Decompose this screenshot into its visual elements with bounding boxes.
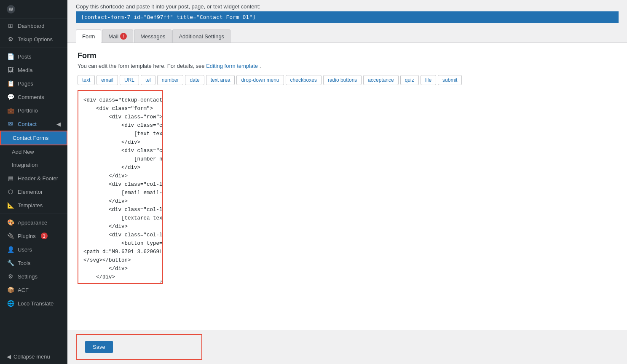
tab-mail-label: Mail — [108, 33, 118, 40]
tag-btn-acceptance[interactable]: acceptance — [363, 75, 398, 85]
tag-btn-number[interactable]: number — [157, 75, 184, 85]
save-bar: Save — [76, 334, 202, 360]
sidebar-item-add-new[interactable]: Add New — [0, 145, 67, 158]
tab-mail[interactable]: Mail ! — [102, 29, 133, 43]
sidebar-item-dashboard[interactable]: ⊞ Dashboard — [0, 19, 67, 32]
shortcode-bar: Copy this shortcode and paste it into yo… — [67, 0, 627, 25]
sidebar-item-header-footer[interactable]: ▤ Header & Footer — [0, 171, 67, 185]
sidebar: W ⊞ Dashboard ⚙ Tekup Options 📄 Posts 🖼 … — [0, 0, 67, 364]
sidebar-item-label: Elementor — [18, 189, 43, 195]
sidebar-item-comments[interactable]: 💬 Comments — [0, 90, 67, 104]
wp-logo-area: W — [0, 0, 67, 19]
sidebar-item-integration[interactable]: Integration — [0, 158, 67, 171]
form-description: You can edit the form template here. For… — [78, 63, 617, 69]
tag-btn-url[interactable]: URL — [120, 75, 139, 85]
dashboard-icon: ⊞ — [7, 22, 14, 29]
acf-icon: 📦 — [7, 286, 14, 293]
collapse-menu-label: Collapse menu — [13, 353, 50, 360]
sidebar-item-label: Templates — [18, 202, 43, 209]
tag-btn-checkboxes[interactable]: checkboxes — [286, 75, 322, 85]
sidebar-item-label: Users — [18, 246, 32, 253]
sidebar-item-loco-translate[interactable]: 🌐 Loco Translate — [0, 297, 67, 310]
sidebar-item-templates[interactable]: 📐 Templates — [0, 198, 67, 212]
sidebar-item-elementor[interactable]: ⬡ Elementor — [0, 185, 67, 198]
tab-messages[interactable]: Messages — [134, 29, 171, 43]
main-content: Copy this shortcode and paste it into yo… — [67, 0, 627, 364]
shortcode-instruction: Copy this shortcode and paste it into yo… — [76, 3, 619, 10]
tools-icon: 🔧 — [7, 260, 14, 266]
tab-form[interactable]: Form — [76, 29, 101, 43]
tab-form-label: Form — [82, 33, 95, 40]
sidebar-item-tekup-options[interactable]: ⚙ Tekup Options — [0, 32, 67, 46]
tag-btn-dropdown[interactable]: drop-down menu — [236, 75, 284, 85]
appearance-icon: 🎨 — [7, 219, 14, 226]
form-description-link[interactable]: Editing form template — [206, 63, 258, 69]
elementor-icon: ⬡ — [7, 188, 14, 195]
tab-additional-settings-label: Additional Settings — [179, 33, 224, 40]
sidebar-item-label: Dashboard — [18, 23, 45, 29]
tag-buttons-container: text email URL tel number date text area… — [78, 75, 617, 85]
settings-icon: ⚙ — [7, 273, 14, 280]
shortcode-value[interactable]: [contact-form-7 id="8ef97ff" title="Cont… — [76, 11, 619, 23]
sidebar-item-label: Contact Forms — [13, 135, 48, 141]
form-description-text: You can edit the form template here. For… — [78, 63, 206, 69]
users-icon: 👤 — [7, 246, 14, 253]
sidebar-item-label: Posts — [18, 54, 32, 60]
collapse-menu-button[interactable]: ◀ Collapse menu — [0, 349, 67, 364]
sidebar-item-label: Portfolio — [18, 107, 38, 114]
sidebar-item-appearance[interactable]: 🎨 Appearance — [0, 216, 67, 229]
media-icon: 🖼 — [7, 67, 14, 73]
mail-badge: ! — [120, 33, 127, 40]
sidebar-item-tools[interactable]: 🔧 Tools — [0, 256, 67, 270]
sidebar-item-label: Comments — [18, 94, 44, 100]
sidebar-item-label: ACF — [18, 287, 29, 293]
content-area: Form You can edit the form template here… — [67, 43, 627, 330]
sidebar-item-media[interactable]: 🖼 Media — [0, 63, 67, 77]
sidebar-item-posts[interactable]: 📄 Posts — [0, 50, 67, 63]
sidebar-item-label: Plugins — [18, 233, 36, 239]
tag-btn-email[interactable]: email — [96, 75, 118, 85]
sidebar-item-settings[interactable]: ⚙ Settings — [0, 270, 67, 283]
portfolio-icon: 💼 — [7, 107, 14, 114]
sidebar-item-label: Settings — [18, 273, 38, 280]
posts-icon: 📄 — [7, 53, 14, 60]
tab-additional-settings[interactable]: Additional Settings — [172, 29, 230, 43]
tag-btn-text[interactable]: text — [78, 75, 95, 85]
sidebar-item-label: Loco Translate — [18, 300, 54, 307]
sidebar-item-label: Tools — [18, 260, 30, 266]
tab-messages-label: Messages — [140, 33, 165, 40]
sidebar-item-label: Tekup Options — [18, 36, 53, 43]
sidebar-item-users[interactable]: 👤 Users — [0, 243, 67, 256]
header-footer-icon: ▤ — [7, 175, 14, 182]
sidebar-item-contact-forms[interactable]: Contact Forms — [0, 131, 67, 145]
sidebar-item-label: Media — [18, 67, 32, 73]
sidebar-item-label: Add New — [12, 149, 34, 155]
sidebar-item-label: Integration — [12, 162, 38, 168]
form-description-suffix: . — [260, 63, 261, 69]
sidebar-item-pages[interactable]: 📋 Pages — [0, 77, 67, 90]
sidebar-item-acf[interactable]: 📦 ACF — [0, 283, 67, 297]
collapse-icon: ◀ — [7, 353, 11, 360]
tag-btn-file[interactable]: file — [421, 75, 436, 85]
wp-logo-icon: W — [7, 5, 15, 13]
contact-icon: ✉ — [7, 120, 14, 127]
sidebar-item-plugins[interactable]: 🔌 Plugins 1 — [0, 229, 67, 243]
sidebar-item-contact[interactable]: ✉ Contact ◀ — [0, 117, 67, 131]
code-editor[interactable] — [78, 90, 163, 284]
sidebar-item-label: Contact — [18, 121, 37, 127]
tag-btn-tel[interactable]: tel — [141, 75, 155, 85]
tag-btn-date[interactable]: date — [185, 75, 204, 85]
templates-icon: 📐 — [7, 202, 14, 209]
tag-btn-radio[interactable]: radio buttons — [323, 75, 362, 85]
tag-btn-quiz[interactable]: quiz — [400, 75, 419, 85]
sidebar-item-label: Appearance — [18, 219, 47, 226]
comments-icon: 💬 — [7, 94, 14, 100]
sidebar-item-portfolio[interactable]: 💼 Portfolio — [0, 104, 67, 117]
tab-bar: Form Mail ! Messages Additional Settings — [67, 25, 627, 43]
tekup-options-icon: ⚙ — [7, 36, 14, 43]
pages-icon: 📋 — [7, 80, 14, 87]
save-button[interactable]: Save — [85, 341, 113, 353]
tag-btn-textarea[interactable]: text area — [206, 75, 235, 85]
tag-btn-submit[interactable]: submit — [438, 75, 462, 85]
loco-translate-icon: 🌐 — [7, 300, 14, 307]
